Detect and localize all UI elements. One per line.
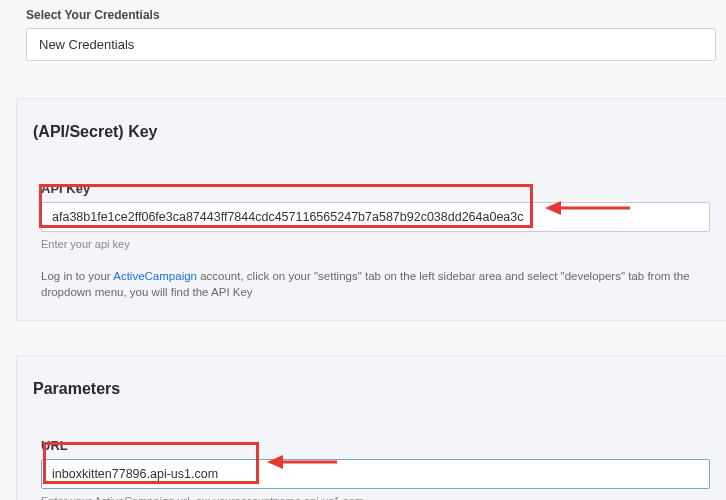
help-prefix: Log in to your [41, 270, 113, 282]
api-key-field: API Key Enter your api key [41, 181, 710, 250]
parameters-title: Parameters [33, 380, 710, 398]
api-key-input[interactable] [41, 202, 710, 232]
api-section-title: (API/Secret) Key [33, 123, 710, 141]
url-label: URL [41, 438, 710, 453]
url-field: URL Enter your ActiveCampaign url, ex: y… [41, 438, 710, 500]
parameters-section: Parameters URL Enter your ActiveCampaign… [16, 355, 726, 500]
url-input[interactable] [41, 459, 710, 489]
credentials-select[interactable] [26, 28, 716, 61]
credentials-label: Select Your Credentials [26, 8, 716, 22]
url-hint: Enter your ActiveCampaign url, ex: youra… [41, 495, 710, 500]
credentials-section: Select Your Credentials [16, 0, 726, 72]
activecampaign-link[interactable]: ActiveCampaign [113, 270, 197, 282]
api-help-text: Log in to your ActiveCampaign account, c… [41, 268, 710, 300]
api-key-section: (API/Secret) Key API Key Enter your api … [16, 98, 726, 321]
api-key-label: API Key [41, 181, 710, 196]
api-key-hint: Enter your api key [41, 238, 710, 250]
